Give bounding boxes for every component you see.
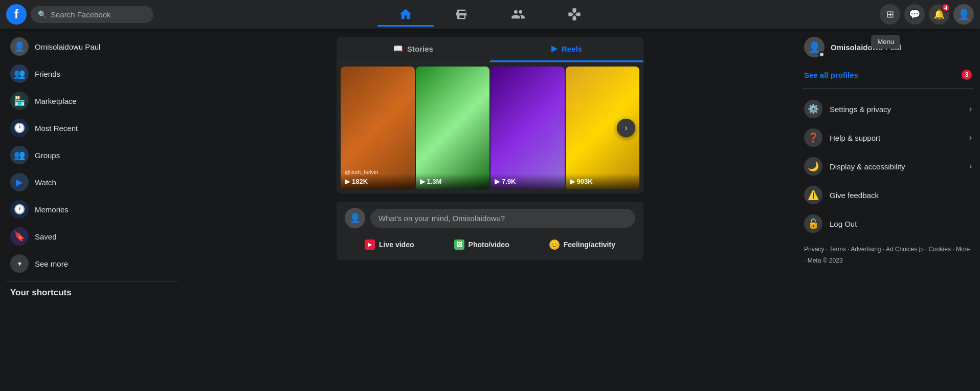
menu-item-display[interactable]: 🌙 Display & accessibility › (802, 152, 974, 181)
feed-container: 📖 Stories ▶ Reels ▶ 182K (337, 37, 643, 262)
reel-overlay-3: ▶ 7.9K (491, 173, 565, 189)
post-user-avatar: 👤 (345, 208, 365, 228)
sidebar-marketplace-label: Marketplace (35, 97, 77, 105)
photo-video-button[interactable]: 🖼 Photo/video (448, 235, 516, 254)
reel-overlay-2: ▶ 1.3M (416, 173, 490, 189)
settings-label: Settings & privacy (830, 105, 962, 114)
sidebar-groups-label: Groups (35, 151, 60, 160)
feeling-icon: 😊 (549, 240, 560, 250)
right-divider (802, 88, 974, 89)
sidebar-see-more-label: See more (35, 259, 68, 268)
groups-icon: 👥 (10, 146, 29, 164)
create-post-card: 👤 What's on your mind, Omisolaidowu? ▶ L… (337, 202, 643, 260)
nav-store-button[interactable] (434, 2, 490, 27)
chevron-down-icon: ▾ (10, 254, 29, 273)
top-navigation: f 🔍 ⊞ (0, 0, 980, 29)
grid-menu-button[interactable]: ⊞ Menu (880, 4, 900, 25)
facebook-logo[interactable]: f (6, 4, 27, 25)
nav-home-button[interactable] (377, 2, 434, 27)
create-post-top: 👤 What's on your mind, Omisolaidowu? (345, 208, 635, 228)
sidebar-watch-label: Watch (35, 178, 56, 187)
left-sidebar: 👤 Omisolaidowu Paul 👥 Friends 🏪 Marketpl… (0, 29, 184, 391)
search-input[interactable] (51, 10, 146, 19)
nav-groups-button[interactable] (490, 2, 546, 27)
reel-views-3: ▶ 7.9K (495, 178, 561, 185)
topnav-center (164, 2, 816, 27)
reel-item-3[interactable]: ▶ 7.9K (491, 67, 565, 189)
live-video-button[interactable]: ▶ Live video (359, 235, 420, 254)
notifications-button[interactable]: 🔔 4 (929, 4, 949, 25)
footer-links: Privacy · Terms · Advertising · Ad Choic… (802, 238, 974, 270)
post-actions: ▶ Live video 🖼 Photo/video 😊 Feeling/act… (345, 233, 635, 254)
reel-overlay-1: ▶ 182K (341, 173, 415, 189)
search-box[interactable]: 🔍 (31, 6, 153, 23)
sidebar-profile-name: Omisolaidowu Paul (35, 42, 100, 51)
sidebar-item-memories[interactable]: 🕐 Memories (4, 196, 180, 223)
marketplace-icon: 🏪 (10, 92, 29, 110)
main-layout: 👤 Omisolaidowu Paul 👥 Friends 🏪 Marketpl… (0, 0, 980, 391)
reel-views-1: ▶ 182K (345, 178, 411, 185)
reels-play-icon: ▶ (551, 44, 558, 53)
watch-icon: ▶ (10, 173, 29, 191)
most-recent-icon: 🕐 (10, 119, 29, 137)
photo-video-icon: 🖼 (454, 240, 464, 250)
display-label: Display & accessibility (830, 162, 962, 171)
feeling-activity-button[interactable]: 😊 Feeling/activity (543, 235, 621, 254)
menu-item-settings[interactable]: ⚙️ Settings & privacy › (802, 95, 974, 123)
sidebar-item-saved[interactable]: 🔖 Saved (4, 223, 180, 250)
tab-stories[interactable]: 📖 Stories (337, 37, 490, 62)
logout-icon: 🔓 (804, 214, 822, 233)
profile-avatar-icon: 👤 (10, 37, 29, 56)
messenger-icon: 💬 (909, 9, 920, 20)
memories-icon: 🕐 (10, 200, 29, 219)
menu-item-help[interactable]: ❓ Help & support › (802, 123, 974, 152)
reel-thumbnail-2 (416, 67, 490, 189)
friends-icon: 👥 (10, 64, 29, 83)
feedback-label: Give feedback (830, 191, 972, 200)
search-icon: 🔍 (38, 10, 47, 18)
profile-icon: 👤 (957, 8, 970, 20)
reels-next-button[interactable]: › (617, 119, 635, 137)
notification-badge: 4 (941, 3, 950, 12)
sidebar-item-friends[interactable]: 👥 Friends (4, 60, 180, 87)
sidebar-item-most-recent[interactable]: 🕐 Most Recent (4, 115, 180, 141)
profile-avatar-button[interactable]: 👤 (953, 4, 974, 25)
sidebar-most-recent-label: Most Recent (35, 124, 78, 133)
sidebar-see-more[interactable]: ▾ See more (4, 250, 180, 277)
reel-thumbnail-3 (491, 67, 565, 189)
main-content: 📖 Stories ▶ Reels ▶ 182K (184, 29, 796, 391)
reel-item-2[interactable]: ▶ 1.3M (416, 67, 490, 189)
sidebar-item-profile[interactable]: 👤 Omisolaidowu Paul (4, 33, 180, 60)
help-icon: ❓ (804, 128, 822, 147)
sidebar-saved-label: Saved (35, 232, 57, 241)
nav-gaming-button[interactable] (546, 2, 603, 27)
topnav-left: f 🔍 (0, 4, 164, 25)
profile-count-badge: 3 (962, 70, 972, 80)
display-icon: 🌙 (804, 157, 822, 176)
online-indicator (818, 51, 825, 57)
logout-label: Log Out (830, 220, 972, 228)
reel-item-1[interactable]: ▶ 182K @ikah_kelvin (341, 67, 415, 189)
topnav-right: ⊞ Menu 💬 🔔 4 👤 (816, 4, 980, 25)
help-chevron-icon: › (969, 133, 972, 142)
stories-tabs: 📖 Stories ▶ Reels (337, 37, 643, 62)
sidebar-item-marketplace[interactable]: 🏪 Marketplace (4, 88, 180, 114)
menu-item-logout[interactable]: 🔓 Log Out (802, 209, 974, 238)
right-profile-avatar: 👤 (804, 37, 825, 57)
display-chevron-icon: › (969, 162, 972, 171)
tab-reels[interactable]: ▶ Reels (490, 37, 643, 62)
see-all-profiles-row: See all profiles 3 (802, 66, 974, 84)
settings-chevron-icon: › (969, 104, 972, 114)
sidebar-item-watch[interactable]: ▶ Watch (4, 169, 180, 196)
messenger-button[interactable]: 💬 (904, 4, 925, 25)
sidebar-friends-label: Friends (35, 70, 60, 78)
sidebar-item-groups[interactable]: 👥 Groups (4, 142, 180, 168)
stories-book-icon: 📖 (393, 44, 403, 53)
post-input-box[interactable]: What's on your mind, Omisolaidowu? (370, 209, 635, 228)
see-all-profiles-link[interactable]: See all profiles (804, 71, 858, 79)
menu-item-feedback[interactable]: ⚠️ Give feedback (802, 181, 974, 209)
reels-grid: ▶ 182K @ikah_kelvin ▶ 1.3M (337, 62, 643, 193)
feedback-icon: ⚠️ (804, 186, 822, 204)
help-label: Help & support (830, 134, 962, 142)
online-dot (820, 53, 823, 56)
